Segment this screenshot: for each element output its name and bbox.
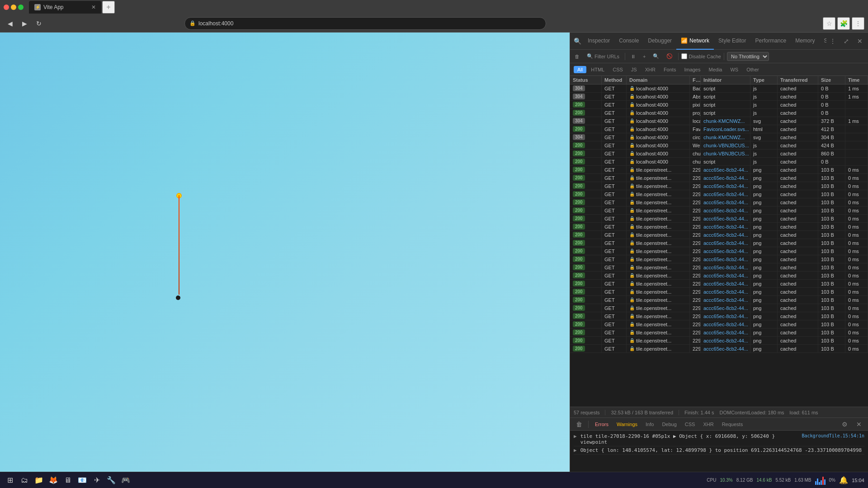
tab-inspector[interactable]: Inspector bbox=[583, 33, 614, 50]
filter-tab-media[interactable]: Media bbox=[705, 66, 726, 73]
initiator-link[interactable]: accc65ec-8cb2-44... bbox=[703, 322, 748, 327]
tab-style-editor[interactable]: Style Editor bbox=[714, 33, 750, 50]
extensions-button[interactable]: 🧩 bbox=[837, 17, 850, 30]
table-row[interactable]: 200 GET 🔒 tile.openstreet... 2290.png ac… bbox=[570, 312, 868, 320]
table-row[interactable]: 200 GET 🔒 tile.openstreet... 2291.png ac… bbox=[570, 198, 868, 206]
console-tab-css[interactable]: CSS bbox=[681, 421, 699, 428]
initiator-link[interactable]: accc65ec-8cb2-44... bbox=[703, 265, 748, 270]
taskbar-terminal-icon[interactable]: 🖥 bbox=[61, 474, 74, 487]
taskbar-fox-icon[interactable]: 🦊 bbox=[47, 474, 60, 487]
initiator-link[interactable]: accc65ec-8cb2-44... bbox=[703, 216, 748, 221]
table-row[interactable]: 200 GET 🔒 tile.openstreet... 2292.png ac… bbox=[570, 223, 868, 231]
initiator-link[interactable]: accc65ec-8cb2-44... bbox=[703, 192, 748, 197]
initiator-link[interactable]: accc65ec-8cb2-44... bbox=[703, 167, 748, 173]
table-row[interactable]: 200 GET 🔒 tile.openstreet... 2291.png ac… bbox=[570, 272, 868, 280]
initiator-link[interactable]: accc65ec-8cb2-44... bbox=[703, 183, 748, 189]
initiator-link[interactable]: accc65ec-8cb2-44... bbox=[703, 338, 748, 343]
console-source-1[interactable]: BackgroundTile.15:54:1n bbox=[802, 433, 864, 438]
tab-memory[interactable]: Memory bbox=[791, 33, 819, 50]
initiator-link[interactable]: chunk-KMCNWZ... bbox=[703, 135, 745, 140]
table-row[interactable]: 200 GET 🔒 localhost:4000 proj4.js?v=118f… bbox=[570, 109, 868, 117]
filter-tab-other[interactable]: Other bbox=[743, 66, 763, 73]
minimize-button[interactable] bbox=[11, 5, 16, 10]
block-urls-button[interactable]: 🚫 bbox=[664, 52, 675, 60]
table-row[interactable]: 200 GET 🔒 tile.openstreet... 2291.png ac… bbox=[570, 174, 868, 182]
initiator-link[interactable]: chunk-VBNJBCUS... bbox=[703, 151, 749, 156]
notification-icon[interactable]: 🔔 bbox=[837, 474, 850, 487]
initiator-link[interactable]: accc65ec-8cb2-44... bbox=[703, 257, 748, 262]
console-tab-debug[interactable]: Debug bbox=[658, 421, 680, 428]
forward-button[interactable]: ▶ bbox=[18, 17, 31, 30]
initiator-link[interactable]: accc65ec-8cb2-44... bbox=[703, 330, 748, 335]
table-row[interactable]: 200 GET 🔒 tile.openstreet... 2293.png ac… bbox=[570, 215, 868, 223]
devtools-popout-button[interactable]: ⤢ bbox=[840, 35, 853, 47]
maximize-button[interactable] bbox=[18, 5, 24, 10]
table-row[interactable]: 200 GET 🔒 localhost:4000 chunk-LL3SYRWli… bbox=[570, 158, 868, 166]
console-tab-errors[interactable]: Errors bbox=[591, 421, 612, 428]
address-bar[interactable]: 🔒 localhost:4000 bbox=[184, 17, 546, 30]
console-tab-xhr[interactable]: XHR bbox=[699, 421, 717, 428]
filter-network-button[interactable]: 🔍 Filter URLs bbox=[584, 52, 622, 60]
table-row[interactable]: 200 GET 🔒 tile.openstreet... 2290.png ac… bbox=[570, 182, 868, 190]
table-row[interactable]: 200 GET 🔒 localhost:4000 chunk-KL4G23MSJ… bbox=[570, 150, 868, 158]
initiator-link[interactable]: accc65ec-8cb2-44... bbox=[703, 240, 748, 246]
initiator-link[interactable]: chunk-KMCNWZ... bbox=[703, 118, 745, 124]
filter-tab-css[interactable]: CSS bbox=[609, 66, 627, 73]
table-row[interactable]: 200 GET 🔒 tile.openstreet... 2291.png ac… bbox=[570, 337, 868, 345]
taskbar-apps-button[interactable]: ⊞ bbox=[4, 474, 16, 487]
tab-storage[interactable]: Storage bbox=[820, 33, 827, 50]
throttle-select[interactable]: No Throttling Slow 3G Fast 3G bbox=[727, 52, 769, 61]
table-row[interactable]: 304 GET 🔒 localhost:4000 AbstractCompone… bbox=[570, 93, 868, 101]
initiator-link[interactable]: accc65ec-8cb2-44... bbox=[703, 273, 748, 278]
table-row[interactable]: 200 GET 🔒 localhost:4000 FaviconLoader.s… bbox=[570, 125, 868, 133]
table-row[interactable]: 200 GET 🔒 tile.openstreet... 2292.png ac… bbox=[570, 247, 868, 255]
reload-button[interactable]: ↻ bbox=[33, 17, 45, 30]
table-row[interactable]: 200 GET 🔒 tile.openstreet... 2292.png ac… bbox=[570, 263, 868, 272]
tab-close-button[interactable]: ✕ bbox=[91, 4, 96, 10]
tab-console[interactable]: Console bbox=[614, 33, 643, 50]
taskbar-files-icon[interactable]: 🗂 bbox=[18, 474, 31, 487]
console-tab-requests[interactable]: Requests bbox=[718, 421, 746, 428]
table-row[interactable]: 200 GET 🔒 tile.openstreet... 2291.png ac… bbox=[570, 231, 868, 239]
initiator-link[interactable]: FaviconLoader.svs... bbox=[703, 127, 749, 132]
disable-cache-checkbox[interactable] bbox=[681, 53, 687, 59]
tab-network[interactable]: 📶 Network bbox=[676, 33, 714, 50]
table-row[interactable]: 304 GET 🔒 localhost:4000 circle.svg chun… bbox=[570, 133, 868, 141]
table-row[interactable]: 200 GET 🔒 tile.openstreet... 2293.png ac… bbox=[570, 239, 868, 247]
filter-tab-images[interactable]: Images bbox=[680, 66, 704, 73]
filter-tab-xhr[interactable]: XHR bbox=[642, 66, 659, 73]
pause-button[interactable]: ⏸ bbox=[628, 53, 638, 60]
back-button[interactable]: ◀ bbox=[4, 17, 16, 30]
add-filter-button[interactable]: + bbox=[640, 53, 648, 60]
clear-network-button[interactable]: 🗑 bbox=[572, 53, 582, 60]
search-requests-button[interactable]: 🔍 bbox=[650, 52, 662, 60]
initiator-link[interactable]: accc65ec-8cb2-44... bbox=[703, 249, 748, 254]
table-row[interactable]: 200 GET 🔒 tile.openstreet... 2292.png ac… bbox=[570, 296, 868, 304]
devtools-more-button[interactable]: ⋮ bbox=[826, 35, 839, 47]
bookmark-button[interactable]: ☆ bbox=[823, 17, 835, 30]
expand-icon-2[interactable]: ▶ bbox=[574, 447, 577, 453]
filter-tab-all[interactable]: All bbox=[574, 66, 586, 73]
table-row[interactable]: 304 GET 🔒 localhost:4000 location-pin.sv… bbox=[570, 117, 868, 125]
console-tab-warnings[interactable]: Warnings bbox=[613, 421, 641, 428]
initiator-link[interactable]: accc65ec-8cb2-44... bbox=[703, 224, 748, 230]
taskbar-game-icon[interactable]: 🎮 bbox=[119, 474, 132, 487]
initiator-link[interactable]: accc65ec-8cb2-44... bbox=[703, 175, 748, 181]
initiator-link[interactable]: chunk-VBNJBCUS... bbox=[703, 143, 749, 148]
console-tab-info[interactable]: Info bbox=[642, 421, 657, 428]
initiator-link[interactable]: accc65ec-8cb2-44... bbox=[703, 297, 748, 303]
console-settings-button[interactable]: ⚙ bbox=[838, 418, 851, 431]
initiator-link[interactable]: accc65ec-8cb2-44... bbox=[703, 314, 748, 319]
console-close-button[interactable]: ✕ bbox=[853, 418, 865, 431]
filter-tab-fonts[interactable]: Fonts bbox=[660, 66, 680, 73]
filter-tab-html[interactable]: HTML bbox=[587, 66, 608, 73]
initiator-link[interactable]: accc65ec-8cb2-44... bbox=[703, 208, 748, 213]
table-row[interactable]: 200 GET 🔒 tile.openstreet... 2290.png ac… bbox=[570, 206, 868, 215]
taskbar-mail-icon[interactable]: 📧 bbox=[76, 474, 89, 487]
filter-tab-js[interactable]: JS bbox=[627, 66, 641, 73]
table-row[interactable]: 200 GET 🔒 tile.openstreet... 2292.png ac… bbox=[570, 328, 868, 337]
taskbar-browser-icon[interactable]: 📁 bbox=[33, 474, 45, 487]
table-row[interactable]: 200 GET 🔒 tile.openstreet... 2291.png ac… bbox=[570, 304, 868, 312]
active-tab[interactable]: ⚡ Vite App ✕ bbox=[29, 1, 101, 14]
table-row[interactable]: 200 GET 🔒 tile.openstreet... 2293.png ac… bbox=[570, 288, 868, 296]
